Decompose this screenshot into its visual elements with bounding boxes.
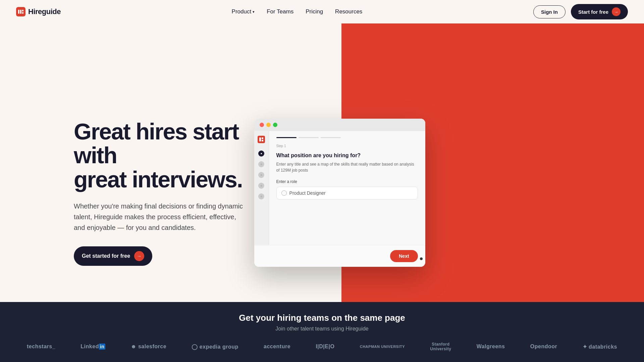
sidebar-icon-settings[interactable]: ○ <box>258 183 264 189</box>
logo-stanford: StanfordUniversity <box>430 342 451 351</box>
arrow-icon: → <box>612 7 621 16</box>
window-sidebar: ● ○ ○ ○ ○ <box>254 131 269 245</box>
logo-opendoor: Opendoor <box>530 344 557 350</box>
logo-databricks: ✦ databricks <box>583 344 617 350</box>
svg-rect-1 <box>18 10 19 14</box>
window-close-dot <box>260 123 264 127</box>
logo-ideo: I|D|E|O <box>316 344 334 350</box>
window-main: Step 1 What position are you hiring for?… <box>269 131 425 245</box>
svg-rect-5 <box>259 137 261 141</box>
step-label: Step 1 <box>276 144 418 148</box>
step-2-indicator <box>299 137 319 138</box>
band-title: Get your hiring teams on the same page <box>27 313 617 323</box>
sign-in-button[interactable]: Sign In <box>533 5 566 18</box>
sidebar-icon-user[interactable]: ● <box>258 150 264 157</box>
svg-rect-6 <box>262 137 263 139</box>
hero-title: Great hires start with great interviews. <box>74 120 248 191</box>
logo-text: Hireguide <box>28 7 61 16</box>
nav-resources[interactable]: Resources <box>335 8 362 15</box>
logo[interactable]: Hireguide <box>16 7 61 16</box>
logo-walgreens: Walgreens <box>477 344 505 350</box>
start-free-button[interactable]: Start for free → <box>571 4 628 19</box>
svg-rect-4 <box>22 12 23 14</box>
svg-rect-7 <box>262 140 263 141</box>
question-desc: Enter any title and see a map of the ski… <box>276 161 418 173</box>
sidebar-logo <box>258 136 265 143</box>
logo-techstars: techstars_ <box>27 344 55 350</box>
logo-linkedin: Linkedin <box>80 344 105 350</box>
next-button[interactable]: Next <box>390 250 418 262</box>
svg-rect-2 <box>20 10 21 14</box>
window-minimize-dot <box>266 123 271 127</box>
sidebar-icon-doc[interactable]: ○ <box>258 193 264 199</box>
nav-product[interactable]: Product ▾ <box>232 8 255 15</box>
step-3-indicator <box>321 137 341 138</box>
question-title: What position are you hiring for? <box>276 153 418 159</box>
role-input[interactable]: Product Designer <box>276 187 418 199</box>
hero-content: Great hires start with great interviews.… <box>74 120 248 266</box>
hero-subtitle: Whether you're making final decisions or… <box>74 201 248 233</box>
step-1-indicator <box>276 137 297 138</box>
logo-chapman: CHAPMAN UNIVERSITY <box>360 345 405 349</box>
bottom-band: Get your hiring teams on the same page J… <box>0 302 644 362</box>
band-subtitle: Join other talent teams using Hireguide <box>27 326 617 332</box>
step-indicators <box>276 137 418 138</box>
arrow-icon: → <box>134 251 144 261</box>
logo-salesforce: ☻ salesforce <box>131 344 166 350</box>
search-icon <box>281 190 287 196</box>
logo-expedia: ◯ expedia group <box>192 344 238 350</box>
window-footer: Next <box>254 245 425 267</box>
svg-rect-3 <box>22 10 23 11</box>
sidebar-icon-home[interactable]: ○ <box>258 161 264 167</box>
nav-for-teams[interactable]: For Teams <box>267 8 293 15</box>
nav: Product ▾ For Teams Pricing Resources <box>232 8 363 15</box>
chevron-down-icon: ▾ <box>253 10 255 14</box>
nav-pricing[interactable]: Pricing <box>306 8 323 15</box>
field-label: Enter a role <box>276 179 418 184</box>
logo-accenture: accenture <box>264 344 290 350</box>
window-titlebar <box>254 119 425 131</box>
window-maximize-dot <box>273 123 277 127</box>
logos-row: techstars_ Linkedin ☻ salesforce ◯ exped… <box>27 342 617 351</box>
get-started-button[interactable]: Get started for free → <box>74 246 152 266</box>
header-actions: Sign In Start for free → <box>533 4 628 19</box>
cursor-indicator <box>420 257 423 260</box>
header: Hireguide Product ▾ For Teams Pricing Re… <box>0 0 644 23</box>
app-window: ● ○ ○ ○ ○ Step 1 What position are you h… <box>254 119 425 267</box>
role-input-value: Product Designer <box>289 190 326 196</box>
window-body: ● ○ ○ ○ ○ Step 1 What position are you h… <box>254 131 425 245</box>
sidebar-icon-search[interactable]: ○ <box>258 172 264 178</box>
